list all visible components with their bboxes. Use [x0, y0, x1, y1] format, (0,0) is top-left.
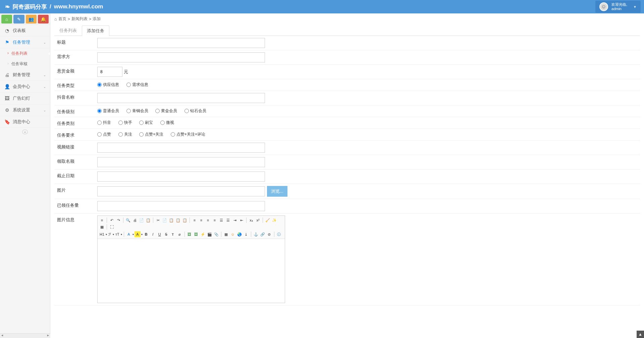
nav-task-mgmt[interactable]: ⚑ 任务管理 ⌄ [0, 37, 50, 48]
radio-level-gold[interactable]: 黄金会员 [155, 108, 177, 114]
ed-image-icon[interactable]: 🖼 [186, 231, 193, 237]
ed-removeformat-icon[interactable]: ⌀ [177, 231, 183, 237]
radio-req-like[interactable]: 点赞 [97, 132, 111, 137]
subnav-task-list[interactable]: 任务列表 [0, 48, 50, 59]
ed-about-icon[interactable]: ⓘ [276, 231, 282, 237]
ed-table-icon[interactable]: ▦ [223, 231, 229, 237]
ed-unlink-icon[interactable]: ⊘ [266, 231, 272, 237]
ed-italic-icon[interactable]: I [150, 231, 156, 237]
ed-fullscreen-icon[interactable]: ⛶ [109, 224, 115, 230]
ed-copy-icon[interactable]: 📄 [162, 217, 168, 223]
input-claimed[interactable] [97, 201, 265, 211]
radio-cat-douyin[interactable]: 抖音 [97, 120, 111, 126]
ed-file-icon[interactable]: 📎 [213, 231, 219, 237]
radio-level-normal[interactable]: 普通会员 [97, 108, 119, 114]
nav-label: 系统设置 [13, 107, 30, 113]
ed-selectall-icon[interactable]: ▦ [99, 224, 105, 230]
tab-add-task[interactable]: 添加任务 [82, 26, 109, 36]
ed-source-icon[interactable]: ≡ [99, 217, 105, 223]
nav-label: 广告幻灯 [13, 95, 30, 101]
tool-users[interactable]: 👥 [26, 15, 37, 23]
ed-bold-icon[interactable]: B [143, 231, 149, 237]
tool-edit[interactable]: ✎ [13, 15, 24, 23]
ed-pagebreak-icon[interactable]: ⤓ [243, 231, 249, 237]
nav-dashboard[interactable]: ◔ 仪表板 [0, 25, 50, 37]
ed-clear-icon[interactable]: 🧹 [265, 217, 271, 223]
ed-align-center-icon[interactable]: ≡ [198, 217, 204, 223]
input-title[interactable] [97, 38, 265, 48]
crumb-news[interactable]: 新闻列表 [71, 16, 88, 22]
ed-emoji-icon[interactable]: ☺ [230, 231, 236, 237]
nav-finance[interactable]: 🖨 财务管理 ⌄ [0, 69, 50, 81]
tool-home[interactable]: ⌂ [1, 15, 12, 23]
ed-multiimage-icon[interactable]: 🖼 [193, 231, 199, 237]
collapse-sidebar[interactable]: « [0, 128, 50, 136]
ed-print-icon[interactable]: 🖨 [132, 217, 138, 223]
ed-underline-icon[interactable]: U [157, 231, 163, 237]
tab-task-list[interactable]: 任务列表 [54, 25, 82, 36]
input-deadline[interactable] [97, 172, 265, 182]
ed-media-icon[interactable]: 🎬 [207, 231, 213, 237]
radio-req-all[interactable]: 点赞+关注+评论 [171, 132, 205, 137]
ed-strike-icon[interactable]: S̶ [163, 231, 169, 237]
radio-type-demand[interactable]: 需求信息 [126, 82, 148, 88]
ed-forecolor-icon[interactable]: A [126, 231, 132, 237]
ed-lineheight-icon[interactable]: ⫪ [170, 231, 176, 237]
input-demander[interactable] [97, 52, 265, 62]
ed-code-icon[interactable]: 📋 [145, 217, 151, 223]
radio-req-follow[interactable]: 关注 [118, 132, 132, 137]
ed-template-icon[interactable]: 📄 [139, 217, 145, 223]
ed-sub-icon[interactable]: x₂ [248, 217, 254, 223]
ed-align-left-icon[interactable]: ≡ [192, 217, 198, 223]
radio-type-supply[interactable]: 供应信息 [97, 82, 119, 88]
ed-font-select[interactable]: ℱ [108, 232, 112, 237]
ed-baidumap-icon[interactable]: 🌏 [236, 231, 243, 237]
user-menu[interactable]: ☺ 欢迎光临, admin ▼ [595, 1, 641, 13]
nav-messages[interactable]: 🔖 消息中心 [0, 116, 50, 128]
radio-level-bronze[interactable]: 青铜会员 [126, 108, 148, 114]
browse-button[interactable]: 浏览... [267, 186, 287, 197]
nav-system[interactable]: ⚙ 系统设置 ⌄ [0, 104, 50, 116]
ed-paste-icon[interactable]: 📋 [168, 217, 174, 223]
input-claim-limit[interactable] [97, 157, 265, 167]
ed-flash-icon[interactable]: ⚡ [200, 231, 206, 237]
ed-undo-icon[interactable]: ↶ [109, 217, 115, 223]
crumb-home[interactable]: 首页 [58, 16, 66, 22]
input-reward[interactable] [97, 67, 122, 77]
ed-anchor-icon[interactable]: ⚓ [253, 231, 259, 237]
radio-cat-kuaishou[interactable]: 快手 [118, 120, 132, 126]
quick-tools: ⌂ ✎ 👥 🔔 [0, 13, 50, 25]
tool-alert[interactable]: 🔔 [38, 15, 49, 23]
scroll-to-top-button[interactable]: ▲ [637, 331, 644, 338]
ed-sup-icon[interactable]: x² [255, 217, 261, 223]
radio-cat-shuabao[interactable]: 刷宝 [139, 120, 153, 126]
ed-outdent-icon[interactable]: ⇤ [238, 217, 245, 223]
input-video-link[interactable] [97, 143, 265, 153]
ed-quickformat-icon[interactable]: ✨ [271, 217, 277, 223]
nav-ads[interactable]: 🖼 广告幻灯 [0, 93, 50, 104]
ed-align-right-icon[interactable]: ≡ [205, 217, 211, 223]
input-douyin-name[interactable] [97, 93, 265, 103]
ed-cut-icon[interactable]: ✂ [155, 217, 161, 223]
ed-pasteplain-icon[interactable]: 📋 [175, 217, 181, 223]
radio-req-like-follow[interactable]: 点赞+关注 [139, 132, 163, 137]
ed-pasteword-icon[interactable]: 📋 [182, 217, 188, 223]
ed-list-ol-icon[interactable]: ☰ [218, 217, 224, 223]
ed-preview-icon[interactable]: 🔍 [125, 217, 131, 223]
horizontal-scrollbar[interactable] [0, 333, 50, 338]
ed-list-ul-icon[interactable]: ☰ [225, 217, 231, 223]
nav-member[interactable]: 👤 会员中心 ⌄ [0, 81, 50, 93]
radio-cat-weishi[interactable]: 微视 [160, 120, 174, 126]
subnav-task-review[interactable]: 任务审核 [0, 59, 50, 69]
editor-body[interactable] [98, 239, 285, 303]
ed-align-justify-icon[interactable]: ≡ [212, 217, 218, 223]
label-require: 任务要求 [54, 129, 95, 141]
input-image-path[interactable] [97, 186, 265, 196]
ed-heading-select[interactable]: H1 [99, 232, 105, 237]
ed-redo-icon[interactable]: ↷ [115, 217, 121, 223]
radio-level-diamond[interactable]: 钻石会员 [184, 108, 206, 114]
ed-size-select[interactable]: тT [115, 232, 120, 237]
ed-indent-icon[interactable]: ⇥ [232, 217, 238, 223]
ed-backcolor-icon[interactable]: A [135, 231, 141, 237]
ed-link-icon[interactable]: 🔗 [260, 231, 266, 237]
